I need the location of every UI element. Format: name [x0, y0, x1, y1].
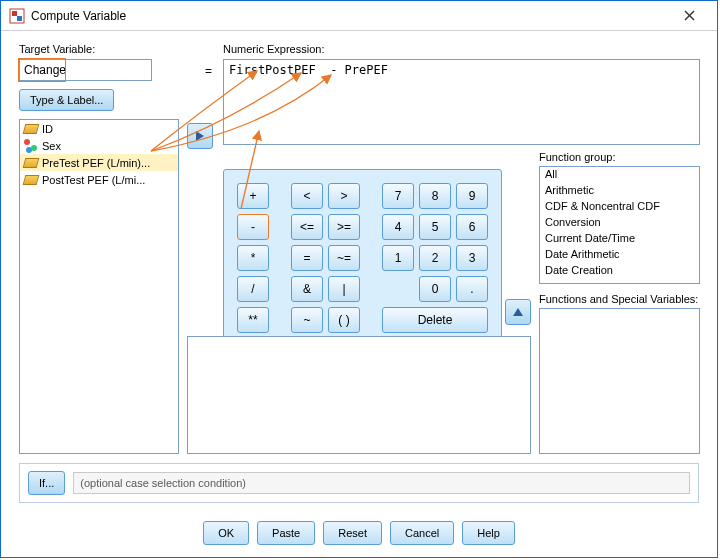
functions-vars-label: Functions and Special Variables:: [539, 293, 698, 305]
keypad-key[interactable]: 9: [456, 183, 488, 209]
svg-rect-1: [12, 11, 17, 16]
paste-button[interactable]: Paste: [257, 521, 315, 545]
function-group-item[interactable]: Conversion: [540, 215, 699, 231]
keypad-key[interactable]: 5: [419, 214, 451, 240]
target-variable-input[interactable]: [19, 59, 152, 81]
variable-item[interactable]: PreTest PEF (L/min)...: [20, 154, 178, 171]
variable-item[interactable]: ID: [20, 120, 178, 137]
svg-rect-2: [17, 16, 22, 21]
keypad-key[interactable]: +: [237, 183, 269, 209]
condition-text: [73, 472, 690, 494]
variable-name: ID: [42, 123, 53, 135]
keypad-key[interactable]: *: [237, 245, 269, 271]
function-group-list[interactable]: AllArithmeticCDF & Noncentral CDFConvers…: [539, 166, 700, 284]
keypad-key[interactable]: 7: [382, 183, 414, 209]
keypad-key[interactable]: &: [291, 276, 323, 302]
variable-item[interactable]: PostTest PEF (L/mi...: [20, 171, 178, 188]
keypad-key[interactable]: 1: [382, 245, 414, 271]
function-group-item[interactable]: All: [540, 167, 699, 183]
equals-sign: =: [205, 64, 212, 78]
function-group-label: Function group:: [539, 151, 615, 163]
keypad-key[interactable]: =: [291, 245, 323, 271]
arrow-up-icon: [513, 308, 523, 316]
if-button[interactable]: If...: [28, 471, 65, 495]
keypad-key[interactable]: 0: [419, 276, 451, 302]
keypad-[interactable]: ~: [291, 307, 323, 333]
keypad-key[interactable]: 6: [456, 214, 488, 240]
compute-variable-dialog: Compute Variable Target Variable: Numeri…: [0, 0, 718, 558]
keypad-key[interactable]: >=: [328, 214, 360, 240]
move-function-up-button[interactable]: [505, 299, 531, 325]
variable-list[interactable]: IDSexPreTest PEF (L/min)...PostTest PEF …: [19, 119, 179, 454]
keypad-key[interactable]: <: [291, 183, 323, 209]
keypad-key[interactable]: <=: [291, 214, 323, 240]
condition-panel: If...: [19, 463, 699, 503]
type-and-label-button[interactable]: Type & Label...: [19, 89, 114, 111]
ruler-icon: [23, 158, 40, 168]
ok-button[interactable]: OK: [203, 521, 249, 545]
keypad-key[interactable]: 3: [456, 245, 488, 271]
dialog-button-row: OK Paste Reset Cancel Help: [1, 521, 717, 545]
target-variable-label: Target Variable:: [19, 43, 95, 55]
close-icon: [684, 10, 695, 21]
variable-name: Sex: [42, 140, 61, 152]
if-label: If...: [39, 477, 54, 489]
keypad-delete[interactable]: Delete: [382, 307, 488, 333]
window-title: Compute Variable: [31, 9, 669, 23]
close-button[interactable]: [669, 4, 709, 28]
keypad-[interactable]: ( ): [328, 307, 360, 333]
reset-button[interactable]: Reset: [323, 521, 382, 545]
keypad-key[interactable]: -: [237, 214, 269, 240]
numeric-expression-input[interactable]: FirstPostPEF - PrePEF: [223, 59, 700, 145]
app-icon: [9, 8, 25, 24]
description-box: [187, 336, 531, 454]
keypad-key[interactable]: ~=: [328, 245, 360, 271]
function-group-item[interactable]: Arithmetic: [540, 183, 699, 199]
function-group-item[interactable]: Date Creation: [540, 263, 699, 279]
keypad-key[interactable]: 2: [419, 245, 451, 271]
ruler-icon: [23, 175, 40, 185]
move-to-expression-button[interactable]: [187, 123, 213, 149]
ruler-icon: [23, 124, 40, 134]
keypad-panel: +<>789-<=>=456*=~=123/&|0.**~( )Delete: [223, 169, 502, 347]
arrow-right-icon: [196, 131, 204, 141]
keypad-key[interactable]: >: [328, 183, 360, 209]
variable-item[interactable]: Sex: [20, 137, 178, 154]
keypad-key[interactable]: 8: [419, 183, 451, 209]
keypad-[interactable]: **: [237, 307, 269, 333]
cancel-button[interactable]: Cancel: [390, 521, 454, 545]
variable-name: PreTest PEF (L/min)...: [42, 157, 150, 169]
functions-vars-list[interactable]: [539, 308, 700, 454]
nominal-icon: [24, 139, 38, 153]
keypad-key[interactable]: /: [237, 276, 269, 302]
titlebar: Compute Variable: [1, 1, 717, 31]
function-group-item[interactable]: Date Arithmetic: [540, 247, 699, 263]
numeric-expression-label: Numeric Expression:: [223, 43, 324, 55]
keypad-key[interactable]: 4: [382, 214, 414, 240]
help-button[interactable]: Help: [462, 521, 515, 545]
function-group-item[interactable]: Current Date/Time: [540, 231, 699, 247]
function-group-item[interactable]: CDF & Noncentral CDF: [540, 199, 699, 215]
keypad-key[interactable]: |: [328, 276, 360, 302]
variable-name: PostTest PEF (L/mi...: [42, 174, 145, 186]
dialog-content: Target Variable: Numeric Expression: = F…: [1, 31, 717, 557]
keypad-key[interactable]: .: [456, 276, 488, 302]
